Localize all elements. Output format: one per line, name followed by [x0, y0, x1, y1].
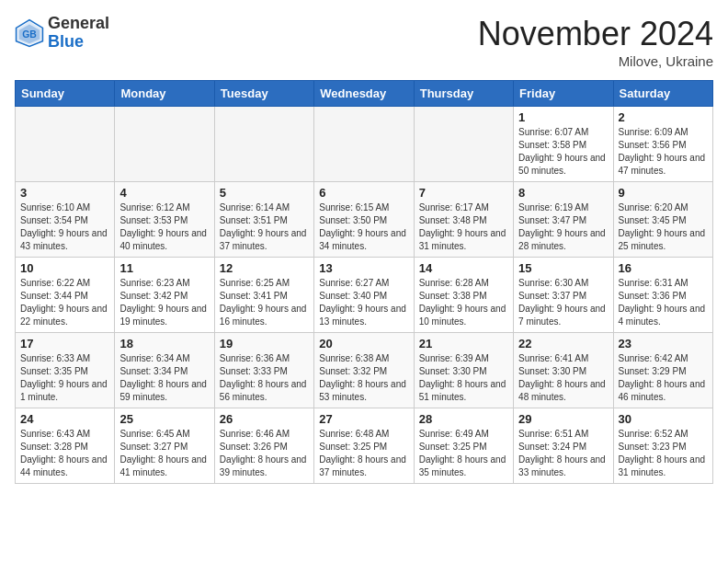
calendar-cell: 15Sunrise: 6:30 AMSunset: 3:37 PMDayligh…	[514, 258, 613, 333]
day-number: 8	[518, 186, 608, 200]
day-info: Sunrise: 6:43 AMSunset: 3:28 PMDaylight:…	[20, 428, 109, 479]
day-info: Sunrise: 6:15 AMSunset: 3:50 PMDaylight:…	[319, 201, 408, 253]
calendar-cell: 12Sunrise: 6:25 AMSunset: 3:41 PMDayligh…	[214, 258, 313, 333]
day-number: 11	[119, 261, 209, 275]
day-info: Sunrise: 6:25 AMSunset: 3:41 PMDaylight:…	[220, 277, 309, 328]
calendar-cell: 16Sunrise: 6:31 AMSunset: 3:36 PMDayligh…	[613, 258, 712, 333]
day-number: 21	[419, 337, 508, 350]
calendar-cell: 27Sunrise: 6:48 AMSunset: 3:25 PMDayligh…	[314, 408, 414, 484]
day-info: Sunrise: 6:20 AMSunset: 3:45 PMDaylight:…	[619, 201, 708, 253]
calendar-cell: 1Sunrise: 6:07 AMSunset: 3:58 PMDaylight…	[514, 107, 613, 182]
day-info: Sunrise: 6:42 AMSunset: 3:29 PMDaylight:…	[619, 352, 708, 404]
day-number: 7	[419, 186, 508, 200]
day-number: 5	[220, 186, 309, 200]
calendar-cell: 5Sunrise: 6:14 AMSunset: 3:51 PMDaylight…	[214, 182, 313, 258]
calendar-cell: 3Sunrise: 6:10 AMSunset: 3:54 PMDaylight…	[16, 182, 115, 258]
calendar-cell: 6Sunrise: 6:15 AMSunset: 3:50 PMDaylight…	[314, 182, 414, 258]
day-info: Sunrise: 6:49 AMSunset: 3:25 PMDaylight:…	[419, 428, 508, 479]
calendar-cell	[115, 107, 214, 182]
day-info: Sunrise: 6:19 AMSunset: 3:47 PMDaylight:…	[518, 201, 608, 253]
day-info: Sunrise: 6:17 AMSunset: 3:48 PMDaylight:…	[419, 201, 508, 253]
day-number: 13	[319, 261, 408, 275]
calendar-cell	[16, 107, 115, 182]
day-number: 30	[619, 412, 708, 426]
calendar-cell	[214, 107, 313, 182]
day-number: 10	[20, 261, 109, 275]
weekday-header-tuesday: Tuesday	[214, 81, 313, 107]
day-info: Sunrise: 6:33 AMSunset: 3:35 PMDaylight:…	[20, 352, 109, 404]
day-number: 12	[220, 261, 309, 275]
day-number: 19	[220, 337, 309, 350]
logo-icon: GB	[15, 18, 44, 48]
day-info: Sunrise: 6:23 AMSunset: 3:42 PMDaylight:…	[119, 277, 209, 328]
day-number: 26	[220, 412, 309, 426]
day-info: Sunrise: 6:46 AMSunset: 3:26 PMDaylight:…	[220, 428, 309, 479]
day-info: Sunrise: 6:07 AMSunset: 3:58 PMDaylight:…	[518, 126, 608, 178]
week-row-3: 10Sunrise: 6:22 AMSunset: 3:44 PMDayligh…	[16, 258, 713, 333]
calendar-cell: 8Sunrise: 6:19 AMSunset: 3:47 PMDaylight…	[514, 182, 613, 258]
day-number: 4	[119, 186, 209, 200]
weekday-header-saturday: Saturday	[613, 81, 712, 107]
day-number: 25	[119, 412, 209, 426]
calendar-cell: 2Sunrise: 6:09 AMSunset: 3:56 PMDaylight…	[613, 107, 712, 182]
day-info: Sunrise: 6:14 AMSunset: 3:51 PMDaylight:…	[220, 201, 309, 253]
day-info: Sunrise: 6:48 AMSunset: 3:25 PMDaylight:…	[319, 428, 408, 479]
day-number: 14	[419, 261, 508, 275]
week-row-4: 17Sunrise: 6:33 AMSunset: 3:35 PMDayligh…	[16, 333, 713, 408]
day-number: 16	[619, 261, 708, 275]
day-number: 17	[20, 337, 109, 350]
day-info: Sunrise: 6:51 AMSunset: 3:24 PMDaylight:…	[518, 428, 608, 479]
day-number: 22	[518, 337, 608, 350]
day-number: 20	[319, 337, 408, 350]
day-number: 3	[20, 186, 109, 200]
day-info: Sunrise: 6:34 AMSunset: 3:34 PMDaylight:…	[119, 352, 209, 404]
calendar-cell: 13Sunrise: 6:27 AMSunset: 3:40 PMDayligh…	[314, 258, 414, 333]
weekday-header-monday: Monday	[115, 81, 214, 107]
day-info: Sunrise: 6:45 AMSunset: 3:27 PMDaylight:…	[119, 428, 209, 479]
day-number: 6	[319, 186, 408, 200]
day-info: Sunrise: 6:39 AMSunset: 3:30 PMDaylight:…	[419, 352, 508, 404]
week-row-2: 3Sunrise: 6:10 AMSunset: 3:54 PMDaylight…	[16, 182, 713, 258]
calendar-table: SundayMondayTuesdayWednesdayThursdayFrid…	[15, 80, 713, 484]
logo: GB General Blue	[15, 15, 109, 52]
weekday-header-friday: Friday	[514, 81, 613, 107]
calendar-cell: 29Sunrise: 6:51 AMSunset: 3:24 PMDayligh…	[514, 408, 613, 484]
day-number: 29	[518, 412, 608, 426]
calendar-cell: 20Sunrise: 6:38 AMSunset: 3:32 PMDayligh…	[314, 333, 414, 408]
day-info: Sunrise: 6:38 AMSunset: 3:32 PMDaylight:…	[319, 352, 408, 404]
weekday-header-wednesday: Wednesday	[314, 81, 414, 107]
day-number: 18	[119, 337, 209, 350]
day-info: Sunrise: 6:09 AMSunset: 3:56 PMDaylight:…	[619, 126, 708, 178]
logo-text: General Blue	[48, 15, 109, 52]
day-info: Sunrise: 6:52 AMSunset: 3:23 PMDaylight:…	[619, 428, 708, 479]
day-number: 28	[419, 412, 508, 426]
calendar-cell: 28Sunrise: 6:49 AMSunset: 3:25 PMDayligh…	[414, 408, 513, 484]
week-row-1: 1Sunrise: 6:07 AMSunset: 3:58 PMDaylight…	[16, 107, 713, 182]
weekday-header-row: SundayMondayTuesdayWednesdayThursdayFrid…	[16, 81, 713, 107]
day-number: 27	[319, 412, 408, 426]
calendar-cell: 10Sunrise: 6:22 AMSunset: 3:44 PMDayligh…	[16, 258, 115, 333]
calendar-cell: 11Sunrise: 6:23 AMSunset: 3:42 PMDayligh…	[115, 258, 214, 333]
day-info: Sunrise: 6:30 AMSunset: 3:37 PMDaylight:…	[518, 277, 608, 328]
week-row-5: 24Sunrise: 6:43 AMSunset: 3:28 PMDayligh…	[16, 408, 713, 484]
calendar-cell: 26Sunrise: 6:46 AMSunset: 3:26 PMDayligh…	[214, 408, 313, 484]
day-number: 1	[518, 110, 608, 124]
day-info: Sunrise: 6:36 AMSunset: 3:33 PMDaylight:…	[220, 352, 309, 404]
day-number: 9	[619, 186, 708, 200]
title-area: November 2024 Milove, Ukraine	[478, 15, 713, 69]
day-number: 24	[20, 412, 109, 426]
weekday-header-thursday: Thursday	[414, 81, 513, 107]
calendar-cell	[314, 107, 414, 182]
day-number: 2	[619, 110, 708, 124]
header: GB General Blue November 2024 Milove, Uk…	[15, 15, 713, 69]
calendar-cell: 25Sunrise: 6:45 AMSunset: 3:27 PMDayligh…	[115, 408, 214, 484]
day-info: Sunrise: 6:31 AMSunset: 3:36 PMDaylight:…	[619, 277, 708, 328]
calendar-cell: 21Sunrise: 6:39 AMSunset: 3:30 PMDayligh…	[414, 333, 513, 408]
calendar-cell: 30Sunrise: 6:52 AMSunset: 3:23 PMDayligh…	[613, 408, 712, 484]
calendar-cell: 18Sunrise: 6:34 AMSunset: 3:34 PMDayligh…	[115, 333, 214, 408]
calendar-cell: 23Sunrise: 6:42 AMSunset: 3:29 PMDayligh…	[613, 333, 712, 408]
day-info: Sunrise: 6:10 AMSunset: 3:54 PMDaylight:…	[20, 201, 109, 253]
calendar-cell	[414, 107, 513, 182]
day-number: 23	[619, 337, 708, 350]
logo-general-text: General	[48, 15, 109, 33]
